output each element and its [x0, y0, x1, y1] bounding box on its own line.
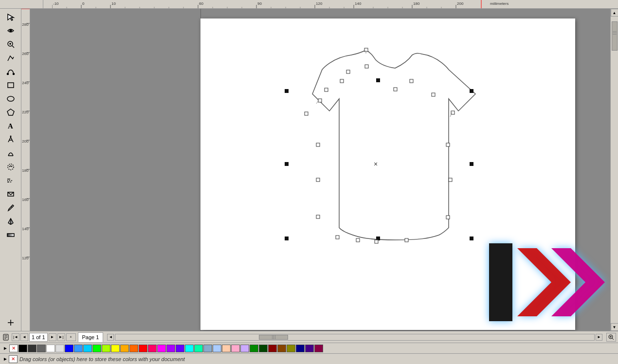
svg-text:140: 140 — [22, 227, 29, 231]
tshirt-shape[interactable]: × — [283, 48, 488, 325]
color-swatch[interactable] — [176, 345, 184, 352]
color-swatch[interactable] — [18, 345, 27, 352]
status-bar: |◄ ◄ 1 of 1 ► ►| + Page 1 ◄ — [0, 331, 618, 343]
bezier-tool[interactable] — [3, 65, 18, 78]
svg-rect-85 — [470, 89, 473, 93]
color-swatch[interactable] — [111, 345, 120, 352]
prev-page-btn[interactable]: ◄ — [20, 333, 28, 341]
color-swatch[interactable] — [203, 345, 212, 352]
scroll-left-arrow[interactable]: ◄ — [107, 334, 114, 341]
color-swatch[interactable] — [250, 345, 258, 352]
svg-rect-93 — [410, 79, 413, 83]
pen-tool[interactable] — [3, 133, 18, 146]
add-page-btn[interactable]: + — [66, 333, 76, 341]
first-page-btn[interactable]: |◄ — [12, 333, 19, 341]
svg-text:0: 0 — [82, 1, 85, 6]
canvas-area[interactable]: × — [30, 9, 610, 331]
left-toolbar: A — [0, 9, 21, 331]
svg-text:140: 140 — [355, 1, 362, 6]
scroll-thumb-v[interactable] — [612, 21, 618, 51]
svg-text:180: 180 — [22, 168, 29, 173]
svg-rect-110 — [346, 70, 350, 73]
dropper-tool[interactable] — [3, 201, 18, 214]
color-swatch[interactable] — [259, 345, 268, 352]
color-swatch[interactable] — [222, 345, 231, 352]
color-swatch[interactable] — [139, 345, 147, 352]
color-swatch[interactable] — [277, 345, 286, 352]
svg-rect-102 — [336, 236, 339, 239]
smear-tool[interactable] — [3, 161, 18, 173]
svg-rect-109 — [340, 79, 344, 83]
color-swatch[interactable] — [28, 345, 36, 352]
color-swatch[interactable] — [37, 345, 46, 352]
color-swatch[interactable] — [148, 345, 157, 352]
page-name-tab[interactable]: Page 1 — [78, 332, 104, 342]
color-swatch[interactable] — [305, 345, 314, 352]
svg-text:260: 260 — [22, 52, 29, 56]
text-tool[interactable]: A — [3, 120, 18, 132]
color-swatch[interactable] — [74, 345, 83, 352]
color-swatch[interactable] — [287, 345, 295, 352]
ruler-top-inner: -10 0 10 60 90 120 140 180 200 millimete… — [52, 0, 618, 8]
last-page-btn[interactable]: ►| — [57, 333, 65, 341]
color-swatch[interactable] — [65, 345, 73, 352]
svg-rect-90 — [470, 237, 473, 240]
color-swatch[interactable] — [185, 345, 194, 352]
svg-rect-87 — [470, 162, 473, 166]
svg-text:90: 90 — [257, 1, 262, 6]
color-swatch[interactable] — [102, 345, 110, 352]
h-scroll-track[interactable] — [115, 334, 595, 341]
zoom-button[interactable] — [606, 333, 616, 342]
interactive-fill-tool[interactable] — [3, 229, 18, 241]
svg-point-52 — [10, 136, 11, 137]
svg-point-54 — [8, 164, 14, 170]
svg-rect-47 — [8, 83, 14, 88]
svg-text:200: 200 — [457, 1, 464, 6]
freehand-tool[interactable] — [3, 52, 18, 64]
color-swatch[interactable] — [46, 345, 55, 352]
color-swatch[interactable] — [157, 345, 166, 352]
scroll-up-arrow[interactable]: ▲ — [611, 9, 618, 17]
fill-tool[interactable] — [3, 215, 18, 228]
expand-colors2-icon[interactable]: ► — [2, 356, 9, 363]
dashes-tool[interactable] — [3, 174, 18, 187]
ellipse-tool[interactable] — [3, 92, 18, 105]
svg-line-59 — [11, 206, 12, 207]
color-swatch[interactable] — [129, 345, 138, 352]
page-icon[interactable] — [2, 333, 10, 341]
no-color-swatch[interactable]: ✕ — [9, 345, 18, 352]
select-tool[interactable] — [3, 11, 18, 23]
next-page-btn[interactable]: ► — [49, 333, 56, 341]
svg-text:240: 240 — [22, 81, 29, 85]
app-container: -10 0 10 60 90 120 140 180 200 millimete… — [0, 0, 618, 364]
color-swatch[interactable] — [92, 345, 101, 352]
color-swatch[interactable] — [55, 345, 64, 352]
color-swatch[interactable] — [120, 345, 129, 352]
add-page-tool[interactable] — [3, 316, 18, 329]
color-swatch[interactable] — [213, 345, 221, 352]
no-fill-swatch2[interactable]: ✕ — [9, 355, 18, 363]
color-swatch[interactable] — [166, 345, 175, 352]
color-swatch[interactable] — [314, 345, 323, 352]
bottom-scrollbar: ◄ ► — [107, 334, 602, 341]
ruler-top: -10 0 10 60 90 120 140 180 200 millimete… — [0, 0, 618, 9]
color-swatch[interactable] — [83, 345, 92, 352]
color-swatch[interactable] — [194, 345, 203, 352]
rectangle-tool[interactable] — [3, 79, 18, 91]
svg-rect-96 — [446, 143, 450, 146]
color-swatch[interactable] — [231, 345, 240, 352]
polygon-tool[interactable] — [3, 106, 18, 119]
zoom-tool[interactable] — [3, 38, 18, 51]
color-swatch[interactable] — [296, 345, 305, 352]
svg-rect-61 — [7, 234, 14, 237]
envelope-tool[interactable] — [3, 188, 18, 200]
transform-tool[interactable] — [3, 24, 18, 37]
color-swatch[interactable] — [240, 345, 249, 352]
scroll-right-arrow[interactable]: ► — [596, 334, 602, 341]
h-scroll-thumb[interactable] — [259, 335, 288, 340]
expand-colors-icon[interactable]: ► — [2, 345, 9, 352]
scroll-down-arrow[interactable]: ▼ — [611, 323, 618, 331]
paint-tool[interactable] — [3, 147, 18, 160]
svg-text:-10: -10 — [53, 1, 59, 6]
color-swatch[interactable] — [268, 345, 277, 352]
